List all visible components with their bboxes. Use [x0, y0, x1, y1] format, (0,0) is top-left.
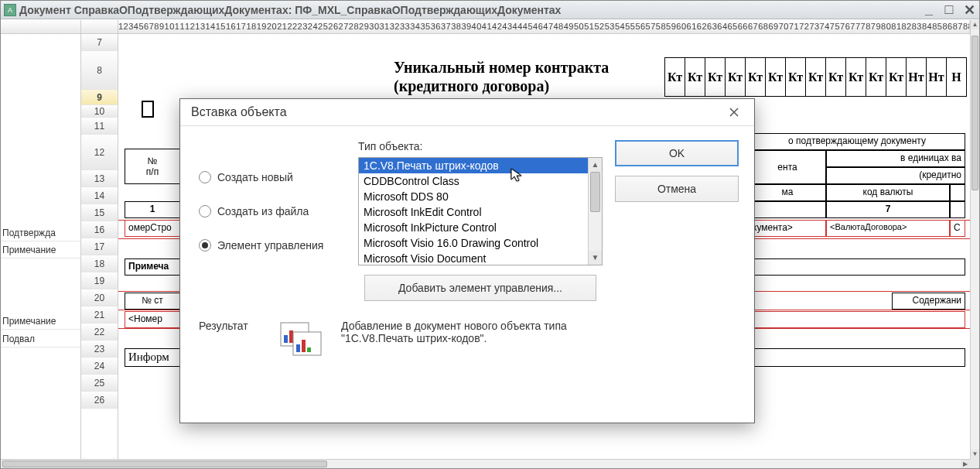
row-number[interactable]: 7 — [81, 34, 118, 51]
row-number[interactable]: 21 — [81, 306, 118, 324]
result-text: Добавление в документ нового объекта тип… — [341, 320, 635, 358]
scroll-up-arrow[interactable]: ▲ — [971, 20, 979, 29]
kt-cell: Нт — [927, 58, 947, 97]
header-ma: ма — [749, 184, 826, 201]
svg-rect-6 — [302, 340, 306, 352]
radio-create-from-file[interactable]: Создать из файла — [199, 194, 346, 228]
header-enta: ента — [749, 150, 826, 184]
app-icon: A — [4, 4, 16, 16]
svg-rect-5 — [296, 344, 300, 352]
cell-primecha: Примеча — [125, 258, 180, 276]
cell-nomer20: <Номер — [125, 311, 180, 328]
list-item[interactable]: Microsoft Visio 16.0 Drawing Control — [359, 235, 588, 251]
section-label: Примечание — [1, 241, 80, 258]
row-number[interactable]: 14 — [81, 187, 118, 204]
row-number[interactable]: 26 — [81, 392, 118, 409]
svg-rect-7 — [307, 347, 311, 352]
result-section: Результат Добавление в документ нового о… — [180, 301, 754, 358]
cell-blank20 — [749, 311, 965, 328]
radio-icon — [199, 171, 211, 183]
row-number[interactable]: 25 — [81, 375, 118, 392]
ruler-corner — [1, 20, 81, 33]
section-label: Подтвержда — [1, 224, 80, 241]
row-number[interactable]: 22 — [81, 324, 118, 341]
kt-cell: Кт — [665, 58, 685, 97]
close-icon — [729, 108, 739, 117]
row-number[interactable]: 15 — [81, 204, 118, 221]
row-number[interactable]: 11 — [81, 118, 118, 135]
svg-rect-1 — [284, 335, 288, 343]
row-number[interactable]: 18 — [81, 255, 118, 272]
radio-group: Создать новый Создать из файла Элемент у… — [199, 140, 346, 301]
scroll-right-arrow[interactable]: ▶ — [961, 460, 970, 468]
row-number[interactable]: 24 — [81, 358, 118, 375]
list-item[interactable]: Microsoft DDS 80 — [359, 189, 588, 204]
row-number[interactable]: 23 — [81, 341, 118, 358]
cell-nomerstroki: омерСтро — [125, 220, 180, 237]
list-item[interactable]: CDDBControl Class — [359, 173, 588, 189]
row-number[interactable]: 17 — [81, 238, 118, 255]
kt-cells-table: КтКтКтКтКтКтКтКтКтКтКтКтНтНтН — [664, 57, 967, 97]
maximize-button[interactable]: □ — [942, 3, 956, 17]
row-number[interactable]: 9 — [81, 90, 118, 105]
vscroll-thumb[interactable] — [971, 36, 978, 190]
list-item[interactable]: Microsoft Visio Document — [359, 251, 588, 265]
list-item[interactable]: Microsoft InkEdit Control — [359, 204, 588, 220]
active-cell-marker — [142, 101, 154, 118]
scroll-down-arrow[interactable]: ▼ — [971, 450, 979, 459]
contract-title-line1: Уникальный номер контракта — [394, 59, 609, 77]
vertical-scrollbar[interactable]: ▲ ▼ — [970, 20, 979, 459]
value-7: 7 — [826, 201, 950, 218]
kt-cell: Кт — [726, 58, 746, 97]
result-icon — [279, 320, 326, 358]
header-units: в единицах ва — [826, 150, 965, 167]
row-number[interactable]: 19 — [81, 272, 118, 289]
radio-icon — [199, 239, 211, 252]
radio-control-element[interactable]: Элемент управления — [199, 228, 346, 262]
kt-cell: Кт — [705, 58, 726, 97]
row-number[interactable]: 16 — [81, 221, 118, 238]
kt-cell: Кт — [846, 58, 866, 97]
close-button[interactable]: ✕ — [962, 3, 976, 17]
horizontal-scrollbar[interactable]: ◀ ▶ — [1, 459, 970, 468]
kt-cell: Кт — [826, 58, 846, 97]
header-credit: (кредитно — [826, 167, 965, 184]
kt-cell: Нт — [907, 58, 927, 97]
cancel-button[interactable]: Отмена — [615, 176, 739, 202]
minimize-button[interactable]: _ — [922, 3, 936, 17]
dialog-titlebar: Вставка объекта — [180, 99, 754, 125]
ok-button[interactable]: OK — [615, 140, 739, 166]
row-numbers: 7891011121314151617181920212223242526 — [81, 34, 118, 459]
column-numbers[interactable]: 1234567891011121314151617181920212223242… — [118, 20, 970, 33]
cell-valuta: <ВалютаДоговора> — [826, 220, 950, 237]
listbox-scroll-down[interactable]: ▼ — [589, 251, 602, 265]
ruler-rownum-space — [81, 20, 118, 33]
list-item[interactable]: 1С.V8.Печать штрих-кодов — [359, 158, 588, 173]
radio-create-new[interactable]: Создать новый — [199, 160, 346, 194]
list-item[interactable]: Microsoft InkPicture Control — [359, 220, 588, 235]
radio-label: Создать новый — [217, 171, 293, 183]
listbox-scroll-thumb[interactable] — [590, 172, 600, 212]
hscroll-thumb[interactable] — [2, 460, 327, 467]
object-type-listbox[interactable]: 1С.V8.Печать штрих-кодовCDDBControl Clas… — [358, 157, 603, 265]
type-label: Тип объекта: — [358, 140, 603, 152]
radio-icon — [199, 205, 211, 217]
column-ruler: 1234567891011121314151617181920212223242… — [1, 20, 970, 34]
cell-blank17 — [749, 258, 965, 276]
row-number[interactable]: 13 — [81, 170, 118, 187]
kt-cell: Кт — [866, 58, 886, 97]
cell-kumenta: кумента> — [749, 220, 826, 237]
header-blank — [950, 184, 965, 201]
contract-title-line2: (кредитного договора) — [394, 77, 549, 95]
cell-soderzh: Содержани — [892, 293, 965, 310]
dialog-close-button[interactable] — [725, 103, 743, 122]
kt-cell: Кт — [806, 58, 826, 97]
row-number[interactable]: 20 — [81, 289, 118, 306]
row-number[interactable]: 10 — [81, 105, 118, 118]
dialog-body: Создать новый Создать из файла Элемент у… — [180, 126, 754, 301]
row-number[interactable]: 8 — [81, 51, 118, 90]
listbox-scrollbar[interactable]: ▲ ▼ — [588, 158, 602, 265]
listbox-scroll-up[interactable]: ▲ — [589, 158, 602, 172]
row-number[interactable]: 12 — [81, 135, 118, 170]
add-control-button[interactable]: Добавить элемент управления... — [364, 275, 596, 301]
